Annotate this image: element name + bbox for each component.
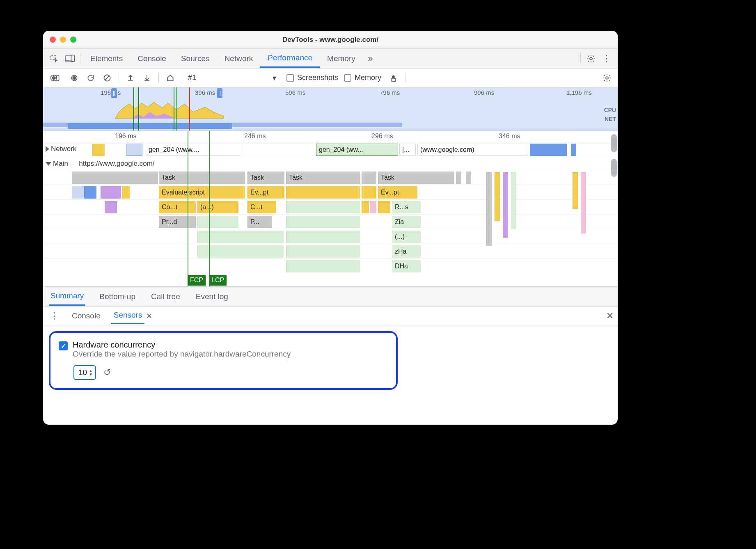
tab-performance[interactable]: Performance [260,49,320,68]
sensors-panel: ✓ Hardware concurrency Override the valu… [43,325,618,396]
drawer-kebab-icon[interactable]: ⋮ [47,311,61,321]
overview-window-left-handle[interactable]: || [111,88,117,98]
overview-net-bar [68,123,232,129]
capture-settings-gear-icon[interactable] [600,71,614,85]
flame-row[interactable]: DHa [43,259,618,274]
flame-row[interactable]: zHa [43,244,618,259]
overview-tick: 1,196 ms [566,89,592,96]
screenshots-checkbox[interactable]: Screenshots [286,73,338,82]
flame-row[interactable]: (...) [43,229,618,244]
overview-tick: 396 ms [195,89,215,96]
flame-row[interactable]: Task Task Task Task [43,170,618,185]
svg-point-22 [606,77,608,79]
subtab-summary[interactable]: Summary [49,287,85,306]
overview-tick: 196 ms [101,89,121,96]
number-stepper-icon[interactable]: ▲▼ [89,369,93,376]
drawer-tab-console[interactable]: Console [69,308,103,324]
window-title: DevTools - www.google.com/ [43,36,618,44]
record-circle-icon[interactable] [67,71,82,85]
flamechart[interactable]: 196 ms 246 ms 296 ms 346 ms Network gen_… [43,131,618,287]
collect-garbage-icon[interactable] [386,71,401,85]
minimize-window-button[interactable] [60,37,66,43]
close-window-button[interactable] [50,37,56,43]
flame-row[interactable]: Pr...d P... Zia [43,215,618,229]
tab-network[interactable]: Network [217,50,261,67]
memory-label: Memory [355,73,381,82]
svg-point-10 [73,76,76,80]
subtab-bottom-up[interactable]: Bottom-up [98,288,137,305]
subtab-call-tree[interactable]: Call tree [149,288,182,305]
kebab-menu-icon[interactable]: ⋮ [599,51,614,66]
device-toolbar-icon[interactable] [62,51,78,66]
start-profiling-button-icon[interactable] [49,71,64,85]
overview-tick: 596 ms [285,89,305,96]
inspect-element-icon[interactable] [46,51,62,66]
window-titlebar: DevTools - www.google.com/ [43,31,618,49]
network-request[interactable]: |... [399,144,416,156]
network-request[interactable]: gen_204 (www.... [146,144,240,156]
overview-cpu-chart [115,100,224,119]
svg-rect-17 [392,78,396,81]
overview-side-labels: CPU NET [604,105,616,124]
close-drawer-icon[interactable]: ✕ [606,311,614,321]
dropdown-caret-icon: ▾ [273,73,276,82]
expand-icon[interactable] [46,146,49,152]
network-track[interactable]: Network gen_204 (www.... gen_204 (ww... … [43,142,618,157]
main-track-label: Main — https://www.google.com/ [53,160,155,168]
svg-point-4 [590,57,592,60]
clear-icon[interactable] [100,71,115,85]
main-track-header[interactable]: Main — https://www.google.com/ [43,157,618,170]
fcp-marker[interactable]: FCP [188,275,206,286]
reload-icon[interactable] [83,71,98,85]
collapse-icon[interactable] [46,162,51,166]
checkbox-icon [344,74,351,82]
download-icon[interactable] [140,71,154,85]
overview-window-right-handle[interactable]: || [217,88,222,98]
timeline-overview[interactable]: 196 ms 396 ms 596 ms 796 ms 996 ms 1,196… [43,87,618,131]
hardware-concurrency-input[interactable]: 10 ▲▼ [73,365,96,380]
tab-elements[interactable]: Elements [83,50,130,67]
upload-icon[interactable] [123,71,138,85]
zoom-window-button[interactable] [70,37,76,43]
svg-line-12 [105,76,109,80]
performance-subtabs: Summary Bottom-up Call tree Event log [43,287,618,307]
drawer-tab-sensors[interactable]: Sensors [111,307,145,324]
performance-toolbar: #1 ▾ Screenshots Memory [43,69,618,87]
tab-sources[interactable]: Sources [174,50,217,67]
devtools-tabs: Elements Console Sources Network Perform… [43,49,618,69]
screenshots-label: Screenshots [297,73,338,82]
flame-row[interactable]: Co...t (a...) C...t R...s [43,200,618,215]
traffic-lights [50,37,76,43]
hardware-concurrency-title: Hardware concurrency [73,340,291,350]
flame-row[interactable]: Evaluate script Ev...pt Ev...pt [43,185,618,200]
subtab-event-log[interactable]: Event log [194,288,230,305]
checkbox-icon [286,74,294,82]
network-request[interactable]: gen_204 (ww... [316,144,398,156]
recording-selector[interactable]: #1 ▾ [186,73,278,83]
overview-tick: 796 ms [380,89,400,96]
hardware-concurrency-checkbox[interactable]: ✓ [59,341,68,350]
lcp-marker[interactable]: LCP [209,275,227,286]
hardware-concurrency-description: Override the value reported by navigator… [73,350,291,359]
network-track-label: Network [51,145,76,153]
recording-selector-label: #1 [188,73,196,82]
tab-console[interactable]: Console [130,50,174,67]
hardware-concurrency-section: ✓ Hardware concurrency Override the valu… [49,331,398,390]
network-request[interactable]: (www.google.com) [417,144,528,156]
more-tabs-icon[interactable]: » [363,51,378,66]
svg-rect-3 [71,55,74,61]
tab-memory[interactable]: Memory [320,50,363,67]
home-icon[interactable] [163,71,178,85]
memory-checkbox[interactable]: Memory [344,73,381,82]
overview-tick: 996 ms [474,89,494,96]
flamechart-ruler: 196 ms 246 ms 296 ms 346 ms [43,131,618,142]
close-tab-icon[interactable]: ✕ [146,311,152,320]
hardware-concurrency-value: 10 [78,368,87,377]
reset-icon[interactable]: ↺ [103,367,111,378]
settings-gear-icon[interactable] [583,51,599,66]
svg-marker-8 [55,76,57,79]
drawer-tabs: ⋮ Console Sensors ✕ ✕ [43,307,618,325]
devtools-window: DevTools - www.google.com/ Elements Cons… [43,31,618,425]
